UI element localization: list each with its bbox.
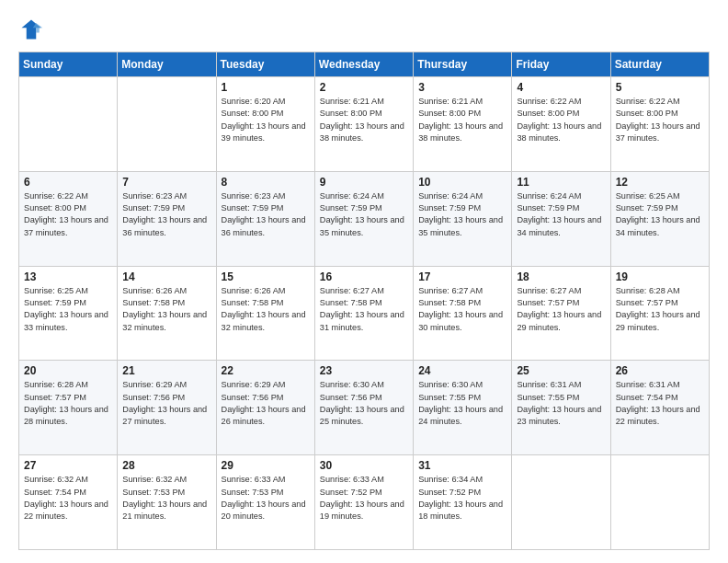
weekday-header-row: SundayMondayTuesdayWednesdayThursdayFrid… — [19, 52, 710, 77]
calendar-cell: 11Sunrise: 6:24 AM Sunset: 7:59 PM Dayli… — [512, 171, 610, 266]
day-info: Sunrise: 6:24 AM Sunset: 7:59 PM Dayligh… — [517, 190, 605, 239]
day-info: Sunrise: 6:23 AM Sunset: 7:59 PM Dayligh… — [222, 190, 310, 239]
day-info: Sunrise: 6:31 AM Sunset: 7:55 PM Dayligh… — [517, 379, 605, 428]
day-info: Sunrise: 6:33 AM Sunset: 7:52 PM Dayligh… — [320, 474, 408, 523]
day-number: 28 — [122, 459, 210, 472]
weekday-header-sunday: Sunday — [19, 52, 118, 77]
calendar-cell: 5Sunrise: 6:22 AM Sunset: 8:00 PM Daylig… — [610, 77, 709, 172]
calendar-cell: 14Sunrise: 6:26 AM Sunset: 7:58 PM Dayli… — [118, 266, 216, 361]
day-number: 30 — [320, 459, 408, 472]
calendar-cell: 24Sunrise: 6:30 AM Sunset: 7:55 PM Dayli… — [414, 361, 512, 455]
day-number: 4 — [517, 81, 605, 94]
weekday-header-saturday: Saturday — [610, 52, 709, 77]
day-number: 19 — [616, 270, 704, 283]
day-info: Sunrise: 6:21 AM Sunset: 8:00 PM Dayligh… — [320, 96, 408, 144]
day-info: Sunrise: 6:29 AM Sunset: 7:56 PM Dayligh… — [122, 379, 210, 428]
day-info: Sunrise: 6:30 AM Sunset: 7:56 PM Dayligh… — [320, 379, 408, 428]
calendar-cell: 9Sunrise: 6:24 AM Sunset: 7:59 PM Daylig… — [314, 171, 413, 266]
day-number: 1 — [222, 81, 310, 94]
calendar-cell: 4Sunrise: 6:22 AM Sunset: 8:00 PM Daylig… — [512, 77, 610, 172]
week-row-5: 27Sunrise: 6:32 AM Sunset: 7:54 PM Dayli… — [19, 455, 710, 550]
day-info: Sunrise: 6:27 AM Sunset: 7:58 PM Dayligh… — [418, 285, 506, 334]
day-number: 18 — [517, 270, 605, 283]
day-number: 6 — [24, 176, 112, 189]
calendar-cell: 15Sunrise: 6:26 AM Sunset: 7:58 PM Dayli… — [216, 266, 314, 361]
calendar-cell — [19, 77, 118, 172]
day-info: Sunrise: 6:31 AM Sunset: 7:54 PM Dayligh… — [616, 379, 704, 428]
day-number: 7 — [122, 176, 210, 189]
calendar-cell: 6Sunrise: 6:22 AM Sunset: 8:00 PM Daylig… — [19, 171, 118, 266]
day-number: 16 — [320, 270, 408, 283]
week-row-2: 6Sunrise: 6:22 AM Sunset: 8:00 PM Daylig… — [19, 171, 710, 266]
day-info: Sunrise: 6:20 AM Sunset: 8:00 PM Dayligh… — [222, 96, 310, 144]
calendar-cell: 26Sunrise: 6:31 AM Sunset: 7:54 PM Dayli… — [610, 361, 709, 455]
day-info: Sunrise: 6:28 AM Sunset: 7:57 PM Dayligh… — [24, 379, 112, 428]
calendar-cell: 12Sunrise: 6:25 AM Sunset: 7:59 PM Dayli… — [610, 171, 709, 266]
day-info: Sunrise: 6:32 AM Sunset: 7:53 PM Dayligh… — [122, 474, 210, 523]
weekday-header-monday: Monday — [118, 52, 216, 77]
calendar-cell: 29Sunrise: 6:33 AM Sunset: 7:53 PM Dayli… — [216, 455, 314, 550]
calendar-cell: 23Sunrise: 6:30 AM Sunset: 7:56 PM Dayli… — [314, 361, 413, 455]
day-number: 23 — [320, 364, 408, 377]
calendar-cell: 1Sunrise: 6:20 AM Sunset: 8:00 PM Daylig… — [216, 77, 314, 172]
calendar-page: SundayMondayTuesdayWednesdayThursdayFrid… — [0, 0, 728, 563]
day-info: Sunrise: 6:25 AM Sunset: 7:59 PM Dayligh… — [616, 190, 704, 239]
calendar-cell: 22Sunrise: 6:29 AM Sunset: 7:56 PM Dayli… — [216, 361, 314, 455]
day-number: 31 — [418, 459, 506, 472]
day-number: 9 — [320, 176, 408, 189]
calendar-cell: 31Sunrise: 6:34 AM Sunset: 7:52 PM Dayli… — [414, 455, 512, 550]
calendar-cell: 19Sunrise: 6:28 AM Sunset: 7:57 PM Dayli… — [610, 266, 709, 361]
day-info: Sunrise: 6:22 AM Sunset: 8:00 PM Dayligh… — [517, 96, 605, 144]
calendar-cell — [118, 77, 216, 172]
calendar-cell: 21Sunrise: 6:29 AM Sunset: 7:56 PM Dayli… — [118, 361, 216, 455]
day-info: Sunrise: 6:22 AM Sunset: 8:00 PM Dayligh… — [24, 190, 112, 239]
day-number: 12 — [616, 176, 704, 189]
day-info: Sunrise: 6:27 AM Sunset: 7:57 PM Dayligh… — [517, 285, 605, 334]
day-info: Sunrise: 6:22 AM Sunset: 8:00 PM Dayligh… — [616, 96, 704, 144]
weekday-header-thursday: Thursday — [414, 52, 512, 77]
day-info: Sunrise: 6:25 AM Sunset: 7:59 PM Dayligh… — [24, 285, 112, 334]
day-info: Sunrise: 6:26 AM Sunset: 7:58 PM Dayligh… — [222, 285, 310, 334]
day-info: Sunrise: 6:32 AM Sunset: 7:54 PM Dayligh… — [24, 474, 112, 523]
day-info: Sunrise: 6:29 AM Sunset: 7:56 PM Dayligh… — [222, 379, 310, 428]
logo — [18, 17, 48, 42]
calendar-cell — [610, 455, 709, 550]
day-number: 25 — [517, 364, 605, 377]
day-number: 11 — [517, 176, 605, 189]
weekday-header-friday: Friday — [512, 52, 610, 77]
day-info: Sunrise: 6:27 AM Sunset: 7:58 PM Dayligh… — [320, 285, 408, 334]
weekday-header-tuesday: Tuesday — [216, 52, 314, 77]
day-number: 2 — [320, 81, 408, 94]
day-number: 14 — [122, 270, 210, 283]
day-number: 24 — [418, 364, 506, 377]
day-number: 29 — [222, 459, 310, 472]
day-number: 10 — [418, 176, 506, 189]
calendar-cell: 18Sunrise: 6:27 AM Sunset: 7:57 PM Dayli… — [512, 266, 610, 361]
day-info: Sunrise: 6:23 AM Sunset: 7:59 PM Dayligh… — [122, 190, 210, 239]
week-row-3: 13Sunrise: 6:25 AM Sunset: 7:59 PM Dayli… — [19, 266, 710, 361]
week-row-1: 1Sunrise: 6:20 AM Sunset: 8:00 PM Daylig… — [19, 77, 710, 172]
day-info: Sunrise: 6:28 AM Sunset: 7:57 PM Dayligh… — [616, 285, 704, 334]
day-number: 22 — [222, 364, 310, 377]
calendar-cell: 27Sunrise: 6:32 AM Sunset: 7:54 PM Dayli… — [19, 455, 118, 550]
logo-icon — [18, 17, 44, 42]
day-number: 15 — [222, 270, 310, 283]
day-info: Sunrise: 6:24 AM Sunset: 7:59 PM Dayligh… — [418, 190, 506, 239]
day-number: 3 — [418, 81, 506, 94]
day-number: 26 — [616, 364, 704, 377]
day-number: 8 — [222, 176, 310, 189]
calendar-cell: 25Sunrise: 6:31 AM Sunset: 7:55 PM Dayli… — [512, 361, 610, 455]
calendar-cell: 2Sunrise: 6:21 AM Sunset: 8:00 PM Daylig… — [314, 77, 413, 172]
calendar-cell: 3Sunrise: 6:21 AM Sunset: 8:00 PM Daylig… — [414, 77, 512, 172]
calendar-cell: 28Sunrise: 6:32 AM Sunset: 7:53 PM Dayli… — [118, 455, 216, 550]
day-number: 17 — [418, 270, 506, 283]
calendar-cell: 30Sunrise: 6:33 AM Sunset: 7:52 PM Dayli… — [314, 455, 413, 550]
calendar-table: SundayMondayTuesdayWednesdayThursdayFrid… — [18, 52, 710, 550]
calendar-cell: 20Sunrise: 6:28 AM Sunset: 7:57 PM Dayli… — [19, 361, 118, 455]
day-number: 27 — [24, 459, 112, 472]
weekday-header-wednesday: Wednesday — [314, 52, 413, 77]
calendar-cell: 8Sunrise: 6:23 AM Sunset: 7:59 PM Daylig… — [216, 171, 314, 266]
week-row-4: 20Sunrise: 6:28 AM Sunset: 7:57 PM Dayli… — [19, 361, 710, 455]
calendar-cell: 16Sunrise: 6:27 AM Sunset: 7:58 PM Dayli… — [314, 266, 413, 361]
day-number: 21 — [122, 364, 210, 377]
